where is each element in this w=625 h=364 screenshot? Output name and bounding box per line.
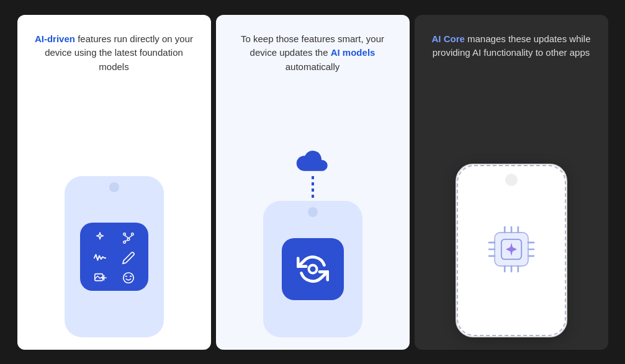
dotted-connector [312, 176, 314, 201]
refresh-face-icon [122, 271, 135, 285]
panel1-text: AI-driven features run directly on your … [32, 32, 196, 74]
network-icon [122, 231, 135, 245]
svg-point-10 [123, 272, 133, 283]
icon-cell-3 [89, 251, 111, 265]
svg-line-5 [128, 235, 132, 238]
cloud-area [231, 148, 395, 337]
icon-cell-4 [117, 251, 140, 265]
pen-icon [122, 251, 135, 265]
phone-mockup-1 [65, 176, 164, 337]
panel2-text-normal2: automatically [286, 61, 340, 72]
waveform-icon [93, 251, 107, 265]
svg-rect-12 [495, 233, 528, 266]
panel-ai-updates: To keep those features smart, your devic… [216, 15, 410, 350]
panel1-text-bold: AI-driven [35, 33, 75, 44]
svg-point-11 [308, 265, 317, 273]
icon-cell-5 [89, 271, 111, 285]
panel-ai-core: AI Core manages these updates while prov… [415, 15, 608, 350]
icon-cell-2 [117, 231, 140, 245]
sync-icon [297, 253, 329, 285]
phone-mockup-2 [263, 201, 362, 337]
panel3-text: AI Core manages these updates while prov… [429, 32, 593, 60]
chip-icon [483, 221, 539, 280]
sparkle-icon [93, 231, 107, 245]
sync-box [282, 238, 344, 300]
panel2-text-bold: AI models [331, 47, 375, 58]
panel3-text-bold: AI Core [432, 33, 465, 44]
cloud-svg [295, 148, 330, 174]
chip-svg [483, 221, 539, 277]
svg-line-6 [124, 240, 128, 241]
svg-line-4 [124, 235, 128, 238]
svg-rect-13 [501, 239, 521, 259]
phone-mockup-3 [456, 164, 567, 337]
cloud-icon [295, 148, 330, 176]
panel-ai-driven: AI-driven features run directly on your … [17, 15, 211, 350]
panel2-text: To keep those features smart, your devic… [231, 32, 395, 74]
ai-icon-grid [80, 223, 148, 291]
main-container: AI-driven features run directly on your … [15, 15, 611, 350]
chip-area [456, 164, 567, 337]
image-add-icon [93, 271, 107, 285]
icon-cell-1 [89, 231, 111, 245]
icon-cell-6 [117, 271, 140, 285]
